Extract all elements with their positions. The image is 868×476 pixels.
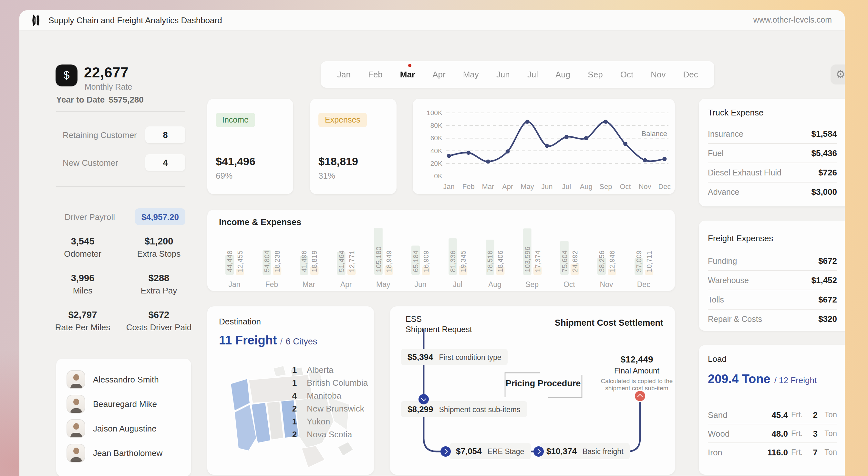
- destination-count: 2: [289, 403, 300, 413]
- destination-name: British Columbia: [307, 378, 368, 387]
- expense-label: Insurance: [708, 129, 743, 138]
- load-material: Wood: [708, 429, 761, 438]
- svg-text:May: May: [521, 182, 534, 191]
- load-freight-count: / 12 Freight: [774, 375, 817, 385]
- customer-row: Retaining Customer8: [56, 127, 185, 143]
- destination-row: 2Nova Scotia: [289, 428, 368, 441]
- month-tab-dec[interactable]: Dec: [682, 68, 699, 80]
- month-tab-feb[interactable]: Feb: [367, 68, 384, 80]
- site-url: www.other-levels.com: [753, 15, 832, 25]
- freight-expenses-card: Freight Expenses Funding$672Warehouse$1,…: [699, 220, 845, 331]
- list-item[interactable]: Jaison Augustine: [66, 416, 191, 441]
- expense-label: Repair & Costs: [708, 314, 762, 324]
- final-amount-note: Calculated is copied to the shipment cos…: [595, 377, 678, 392]
- svg-text:60K: 60K: [430, 134, 442, 142]
- svg-text:41,496: 41,496: [300, 250, 308, 272]
- flow-node-ere-stage: $7,054 ERE Stage: [450, 443, 531, 459]
- node4-label: Basic freight: [583, 447, 624, 455]
- destination-card: Destination 11 Freight / 6 Cityes: [207, 306, 374, 475]
- stat-label: Extra Pay: [124, 286, 194, 296]
- stat-label: Miles: [48, 286, 118, 296]
- pricing-procedure-label: Pricing Procedure: [504, 379, 583, 388]
- divider: [56, 111, 185, 111]
- svg-text:18,406: 18,406: [496, 250, 504, 272]
- settlement-title: Shipment Cost Settlement: [555, 318, 663, 328]
- driver-stat: $672Costs Driver Paid: [124, 310, 194, 332]
- settings-gear-icon[interactable]: ⚙: [831, 65, 845, 84]
- driver-stats-grid: 3,545Odometer$1,200Extra Stops3,996Miles…: [48, 236, 194, 332]
- load-summary: 209.4 Tone / 12 Freight: [708, 372, 817, 386]
- list-item[interactable]: Beauregard Mike: [66, 392, 191, 416]
- destination-count: 4: [289, 390, 300, 400]
- freight-expenses-title: Freight Expenses: [708, 234, 773, 243]
- note-line2: shipment cost sub-item: [595, 384, 678, 392]
- income-expenses-bar-chart: 44,44812,455Jan54,80418,238Feb41,49618,8…: [207, 210, 675, 291]
- expenses-badge: Expenses: [318, 113, 367, 127]
- ess-line1: ESS: [406, 314, 472, 325]
- svg-text:Sep: Sep: [525, 280, 538, 288]
- svg-text:18,238: 18,238: [273, 250, 281, 272]
- month-tab-jan[interactable]: Jan: [336, 68, 352, 80]
- svg-text:Nov: Nov: [600, 280, 613, 288]
- month-tab-nov[interactable]: Nov: [649, 68, 667, 80]
- dollar-icon: $: [56, 65, 78, 87]
- load-unit: Frt.: [788, 429, 805, 438]
- destination-row: 1British Columbia: [289, 376, 368, 389]
- income-value: $41,496: [216, 156, 255, 168]
- load-material: Sand: [708, 410, 761, 419]
- month-tab-apr[interactable]: Apr: [431, 68, 446, 80]
- page-title: Supply Chain and Freight Analytics Dashb…: [49, 15, 222, 25]
- freight-expenses-rows: Funding$672Warehouse$1,452Tolls$672Repai…: [708, 251, 837, 328]
- month-tab-aug[interactable]: Aug: [554, 68, 571, 80]
- list-item[interactable]: Alessandro Smith: [66, 367, 191, 392]
- driver-stat: 3,545Odometer: [48, 236, 118, 259]
- svg-text:75,604: 75,604: [561, 250, 569, 272]
- expenses-card: Expenses $18,819 31%: [310, 99, 397, 194]
- note-line1: Calculated is copied to the: [595, 377, 678, 384]
- income-badge: Income: [216, 113, 255, 127]
- income-expenses-chart-card: Income & Expenses 44,44812,455Jan54,8041…: [207, 210, 675, 291]
- driver-name: Jaison Augustine: [93, 423, 157, 433]
- svg-text:37,009: 37,009: [635, 250, 643, 272]
- table-row: Diesel Exhaust Fluid$726: [708, 163, 837, 182]
- svg-text:65,184: 65,184: [412, 250, 420, 272]
- month-tab-mar[interactable]: Mar: [399, 68, 416, 80]
- driver-payroll-value[interactable]: $4,957.20: [135, 208, 185, 225]
- month-tab-oct[interactable]: Oct: [619, 68, 634, 80]
- chevron-up-icon: [635, 391, 645, 401]
- svg-text:Feb: Feb: [265, 280, 278, 288]
- node1-amount: $5,394: [407, 352, 433, 362]
- svg-text:54,804: 54,804: [263, 250, 271, 272]
- expense-label: Tolls: [708, 295, 724, 304]
- stat-label: Odometer: [48, 249, 118, 259]
- driver-payroll-label: Driver Payroll: [65, 212, 115, 222]
- expenses-value: $18,819: [318, 156, 358, 168]
- separator: /: [280, 337, 283, 346]
- income-percent: 69%: [216, 171, 232, 180]
- shipment-request-label: ESS Shipment Request: [406, 314, 472, 335]
- month-tab-jun[interactable]: Jun: [495, 68, 511, 80]
- svg-text:18,949: 18,949: [385, 250, 393, 272]
- month-tab-jul[interactable]: Jul: [526, 68, 539, 80]
- destination-summary: 11 Freight / 6 Cityes: [219, 334, 317, 348]
- svg-text:44,448: 44,448: [226, 250, 234, 272]
- chevron-right-icon: [533, 446, 544, 457]
- svg-text:Jul: Jul: [453, 280, 462, 288]
- driver-stat: 3,996Miles: [48, 273, 118, 296]
- svg-text:20K: 20K: [430, 160, 442, 167]
- svg-text:Aug: Aug: [488, 280, 501, 288]
- svg-text:Oct: Oct: [620, 182, 631, 191]
- dashboard-app: Supply Chain and Freight Analytics Dashb…: [0, 0, 868, 476]
- truck-expense-title: Truck Expense: [708, 108, 764, 117]
- divider: [56, 186, 185, 187]
- month-tab-may[interactable]: May: [462, 68, 480, 80]
- list-item[interactable]: Jean Bartholomew: [66, 441, 191, 465]
- svg-text:105,180: 105,180: [375, 246, 383, 272]
- month-tab-sep[interactable]: Sep: [586, 68, 604, 80]
- destination-count: 1: [289, 416, 300, 426]
- svg-text:Dec: Dec: [637, 280, 650, 288]
- drivers-list: Alessandro SmithBeauregard MikeJaison Au…: [56, 359, 191, 476]
- load-tons-unit: Ton: [817, 410, 837, 419]
- svg-text:Dec: Dec: [658, 182, 671, 191]
- node2-label: Shipment cost sub-items: [439, 405, 521, 413]
